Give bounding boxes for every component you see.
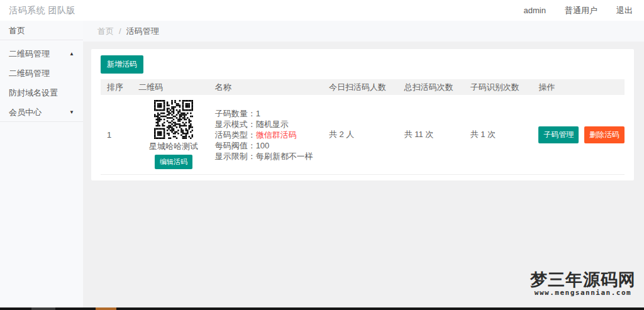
cell-name-details: 子码数量：1 显示模式：随机显示 活码类型：微信群活码 每码阀值：100 显示限…	[209, 95, 323, 175]
livecode-table: 排序 二维码 名称 今日扫活码人数 总扫活码次数 子码识别次数 操作 1	[101, 79, 625, 175]
sidebar-item-label: 二维码管理	[9, 64, 50, 83]
sidebar-item-label: 防封域名设置	[9, 83, 58, 102]
qr-code-image	[154, 100, 193, 139]
delete-livecode-button[interactable]: 删除活码	[584, 126, 625, 143]
detail-label: 每码阀值：	[215, 141, 256, 150]
sidebar-item-label: 二维码管理	[9, 44, 50, 64]
cell-today-scans: 共 2 人	[323, 95, 398, 175]
taskbar-segment-gray	[31, 307, 55, 310]
taskbar-sliver	[0, 307, 644, 310]
manage-subcode-button[interactable]: 子码管理	[538, 126, 579, 143]
top-header-right: admin 普通用户 退出	[524, 5, 633, 16]
detail-label: 子码数量：	[215, 109, 256, 118]
cell-total-scans: 共 11 次	[398, 95, 464, 175]
breadcrumb-home[interactable]: 首页	[97, 26, 114, 37]
app-window: 活码系统 团队版 admin 普通用户 退出 首页 二维码管理 ▲ 二维码管理 …	[0, 0, 644, 310]
sidebar-item-qrcode-group[interactable]: 二维码管理 ▲	[0, 44, 83, 64]
top-header: 活码系统 团队版 admin 普通用户 退出	[0, 0, 644, 21]
breadcrumb-separator: /	[119, 26, 121, 36]
logout-link[interactable]: 退出	[616, 5, 633, 16]
table-row: 1 星城哈哈测试 编辑活码 子码数量：1 显示模式：随机显示 活码类型：微信群活	[101, 95, 625, 175]
col-header-qrcode: 二维码	[132, 79, 208, 95]
taskbar-segment-orange	[96, 307, 116, 310]
sidebar-item-label: 会员中心	[9, 102, 42, 122]
breadcrumb-current: 活码管理	[126, 26, 159, 37]
col-header-operations: 操作	[532, 79, 625, 95]
detail-value-livecode-type: 微信群活码	[256, 130, 297, 140]
detail-value: 每刷新都不一样	[256, 152, 313, 161]
table-header-row: 排序 二维码 名称 今日扫活码人数 总扫活码次数 子码识别次数 操作	[101, 79, 625, 95]
username-link[interactable]: admin	[524, 6, 546, 15]
watermark: 梦三年源码网 www.mengsannian.com	[530, 271, 636, 297]
sidebar: 首页 二维码管理 ▲ 二维码管理 防封域名设置 会员中心 ▼	[0, 21, 83, 307]
col-header-today-scans: 今日扫活码人数	[323, 79, 398, 95]
add-livecode-button[interactable]: 新增活码	[101, 55, 143, 74]
app-title: 活码系统 团队版	[9, 5, 75, 16]
watermark-title: 梦三年源码网	[530, 271, 636, 289]
col-header-subcode-scans: 子码识别次数	[464, 79, 533, 95]
col-header-name: 名称	[209, 79, 323, 95]
sidebar-item-label: 首页	[9, 21, 25, 40]
cell-qrcode: 星城哈哈测试 编辑活码	[132, 95, 208, 175]
edit-livecode-button[interactable]: 编辑活码	[155, 155, 192, 169]
col-header-total-scans: 总扫活码次数	[398, 79, 464, 95]
detail-label: 显示限制：	[215, 152, 256, 161]
qr-code-name: 星城哈哈测试	[149, 141, 198, 152]
sidebar-item-member-center[interactable]: 会员中心 ▼	[0, 102, 83, 122]
watermark-url: www.mengsannian.com	[530, 289, 636, 297]
detail-value: 1	[256, 109, 260, 118]
chevron-up-icon: ▲	[69, 44, 74, 64]
role-link[interactable]: 普通用户	[565, 5, 597, 16]
detail-value: 100	[256, 141, 270, 150]
cell-subcode-scans: 共 1 次	[464, 95, 533, 175]
cell-order: 1	[101, 95, 132, 175]
sidebar-item-home[interactable]: 首页	[0, 21, 83, 40]
chevron-down-icon: ▼	[69, 102, 74, 122]
detail-label: 活码类型：	[215, 130, 256, 140]
detail-label: 显示模式：	[215, 119, 256, 129]
detail-value: 随机显示	[256, 119, 289, 129]
sidebar-item-qrcode-manage[interactable]: 二维码管理	[0, 64, 83, 83]
main-content: 首页 / 活码管理 新增活码 排序 二维码 名称 今日扫活码人数 总扫活码次数	[83, 21, 644, 307]
breadcrumb: 首页 / 活码管理	[83, 21, 644, 42]
cell-operations: 子码管理 删除活码	[532, 95, 625, 175]
col-header-order: 排序	[101, 79, 132, 95]
content-card: 新增活码 排序 二维码 名称 今日扫活码人数 总扫活码次数 子码识别次数 操作	[91, 49, 634, 180]
sidebar-item-domain-settings[interactable]: 防封域名设置	[0, 83, 83, 102]
